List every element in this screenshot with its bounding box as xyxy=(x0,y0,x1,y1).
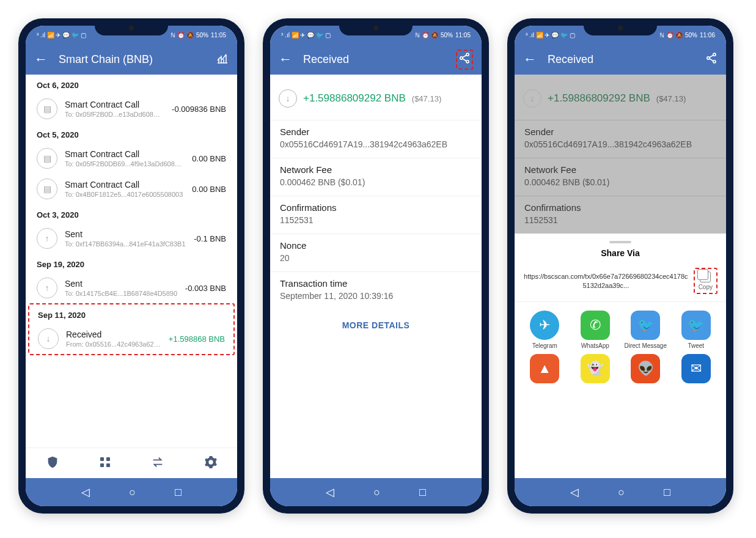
transaction-list[interactable]: Oct 6, 2020▤Smart Contract CallTo: 0x05f… xyxy=(26,75,237,448)
transaction-row[interactable]: ↓ReceivedFrom: 0x05516...42c4963a62EB+1.… xyxy=(29,323,233,354)
copy-label: Copy xyxy=(699,284,713,290)
detail-value: 0x05516Cd46917A19...381942c4963a62EB xyxy=(524,139,716,149)
status-left: ³ .ıl 📶 ✈ 💬 🐦 ▢ xyxy=(37,32,86,39)
grid-icon[interactable] xyxy=(99,456,111,471)
transaction-amount: +1.598868 BNB xyxy=(169,334,225,344)
copy-icon xyxy=(700,271,711,282)
date-header: Oct 5, 2020 xyxy=(28,124,235,143)
transaction-row[interactable]: ▤Smart Contract CallTo: 0x05fF2B0D...e13… xyxy=(28,94,235,124)
transaction-title: Smart Contract Call xyxy=(65,180,185,190)
nav-back-icon[interactable]: ◁ xyxy=(570,485,579,499)
chart-icon[interactable] xyxy=(216,52,229,67)
detail-value: September 11, 2020 10:39:16 xyxy=(280,291,472,301)
share-sheet-title: Share Via xyxy=(515,248,726,258)
sheet-handle[interactable] xyxy=(609,241,631,243)
share-app-label: Direct Message xyxy=(625,342,667,349)
nav-recent-icon[interactable]: □ xyxy=(664,486,670,499)
copy-button[interactable]: Copy xyxy=(694,268,717,294)
svg-rect-0 xyxy=(100,457,104,461)
transaction-address: To: 0x05fF2B0D...e13aDd608C7F xyxy=(65,111,164,118)
detail-section: Sender0x05516Cd46917A19...381942c4963a62… xyxy=(270,120,482,158)
nav-home-icon[interactable]: ○ xyxy=(373,486,380,499)
transaction-address: From: 0x05516...42c4963a62EB xyxy=(66,341,161,348)
transaction-amount: 0.00 BNB xyxy=(192,185,226,194)
nav-back-icon[interactable]: ◁ xyxy=(326,485,334,499)
share-app-reddit[interactable]: 👽 xyxy=(622,354,670,386)
share-app-snap[interactable]: 👻 xyxy=(571,354,620,386)
page-title: Received xyxy=(548,53,694,66)
detail-label: Sender xyxy=(280,127,472,137)
received-amount-row: ↓ +1.59886809292 BNB ($47.13) xyxy=(270,75,482,120)
back-icon[interactable]: ← xyxy=(34,51,48,67)
status-battery: 50% xyxy=(441,32,453,39)
share-app-telegram[interactable]: ✈Telegram xyxy=(521,311,569,349)
status-right-icons: ℕ ⏰ 🔕 xyxy=(171,32,194,39)
status-battery: 50% xyxy=(685,32,697,39)
detail-section: Confirmations1152531 xyxy=(270,196,482,234)
sent-icon: ↑ xyxy=(37,278,57,298)
app-header: ← Received xyxy=(270,44,482,75)
detail-value: 0x05516Cd46917A19...381942c4963a62EB xyxy=(280,139,472,149)
app-header: ← Smart Chain (BNB) xyxy=(26,44,237,75)
transaction-row[interactable]: ↑SentTo: 0xf147BB6394a...841eF41a3fC83B1… xyxy=(28,223,235,254)
phone-frame-1: ³ .ıl 📶 ✈ 💬 🐦 ▢ ℕ ⏰ 🔕 50% 11:05 ← Smart … xyxy=(18,18,244,514)
sent-icon: ↑ xyxy=(37,228,57,249)
nav-home-icon[interactable]: ○ xyxy=(129,486,136,499)
received-amount-usd: ($47.13) xyxy=(412,94,441,103)
nav-back-icon[interactable]: ◁ xyxy=(81,485,90,499)
status-bar: ³ .ıl 📶 ✈ 💬 🐦 ▢ ℕ ⏰ 🔕 50% 11:05 xyxy=(26,26,237,44)
transaction-row[interactable]: ▤Smart Contract CallTo: 0x05fF2B0DB69...… xyxy=(28,143,235,174)
detail-label: Transaction time xyxy=(280,278,472,289)
gear-icon[interactable] xyxy=(204,455,218,471)
transaction-row[interactable]: ▤Smart Contract CallTo: 0x4B0F1812e5...4… xyxy=(28,174,235,204)
nav-recent-icon[interactable]: □ xyxy=(419,486,426,499)
phone-frame-2: ³ .ıl 📶 ✈ 💬 🐦 ▢ ℕ ⏰ 🔕 50% 11:05 ← Receiv… xyxy=(263,18,489,514)
screen-3: ³ .ıl 📶 ✈ 💬 🐦 ▢ ℕ ⏰ 🔕 50% 11:06 ← Receiv… xyxy=(515,26,726,506)
svg-rect-1 xyxy=(106,457,110,461)
status-time: 11:05 xyxy=(211,32,226,39)
share-icon[interactable] xyxy=(705,52,717,67)
received-icon: ↓ xyxy=(523,89,541,108)
share-app-twitter[interactable]: 🐦Direct Message xyxy=(622,311,670,349)
share-icon[interactable] xyxy=(458,54,471,67)
transaction-amount: -0.1 BNB xyxy=(194,234,226,243)
shield-icon[interactable] xyxy=(46,455,59,471)
twitter-icon: 🐦 xyxy=(631,311,660,340)
transaction-row[interactable]: ↑SentTo: 0x14175cB4E...1B68748e4D5890-0.… xyxy=(28,273,235,303)
transaction-address: To: 0x05fF2B0DB69...4f9e13aDd608C7F xyxy=(65,160,185,168)
screen-1: ³ .ıl 📶 ✈ 💬 🐦 ▢ ℕ ⏰ 🔕 50% 11:05 ← Smart … xyxy=(26,26,237,506)
more-details-button[interactable]: MORE DETAILS xyxy=(270,309,482,341)
share-app-outlook[interactable]: ✉ xyxy=(672,354,721,386)
screen-2: ³ .ıl 📶 ✈ 💬 🐦 ▢ ℕ ⏰ 🔕 50% 11:05 ← Receiv… xyxy=(270,26,482,506)
swap-icon[interactable] xyxy=(151,455,164,471)
received-icon: ↓ xyxy=(279,89,297,108)
share-app-label: Telegram xyxy=(532,342,557,349)
nav-recent-icon[interactable]: □ xyxy=(175,486,182,499)
share-app-label: Tweet xyxy=(688,342,704,349)
status-right-icons: ℕ ⏰ 🔕 xyxy=(415,32,438,39)
share-app-whatsapp[interactable]: ✆WhatsApp xyxy=(571,311,620,349)
detail-label: Sender xyxy=(524,127,716,137)
transaction-title: Smart Contract Call xyxy=(65,100,164,109)
status-bar: ³ .ıl 📶 ✈ 💬 🐦 ▢ ℕ ⏰ 🔕 50% 11:06 xyxy=(515,26,726,44)
reddit-icon: 👽 xyxy=(631,354,660,383)
share-app-twitter[interactable]: 🐦Tweet xyxy=(672,311,721,349)
received-amount: +1.59886809292 BNB xyxy=(303,92,406,105)
transaction-detail: ↓ +1.59886809292 BNB ($47.13) Sender0x05… xyxy=(515,75,726,478)
nav-home-icon[interactable]: ○ xyxy=(618,486,625,499)
status-bar: ³ .ıl 📶 ✈ 💬 🐦 ▢ ℕ ⏰ 🔕 50% 11:05 xyxy=(270,26,482,44)
detail-section: Network Fee0.000462 BNB ($0.01) xyxy=(515,158,726,196)
detail-section: Network Fee0.000462 BNB ($0.01) xyxy=(270,158,482,196)
detail-section: Nonce20 xyxy=(270,234,482,271)
contract-icon: ▤ xyxy=(37,98,57,119)
back-icon[interactable]: ← xyxy=(279,51,292,67)
share-app-strava[interactable]: ▲ xyxy=(521,354,569,386)
detail-label: Network Fee xyxy=(524,164,716,175)
back-icon[interactable]: ← xyxy=(523,51,537,67)
strava-icon: ▲ xyxy=(530,354,559,383)
transaction-address: To: 0x14175cB4E...1B68748e4D5890 xyxy=(65,290,178,297)
app-header: ← Received xyxy=(515,44,726,75)
system-nav: ◁ ○ □ xyxy=(26,478,237,506)
telegram-icon: ✈ xyxy=(530,311,559,340)
transaction-address: To: 0xf147BB6394a...841eF41a3fC83B1 xyxy=(65,240,186,248)
